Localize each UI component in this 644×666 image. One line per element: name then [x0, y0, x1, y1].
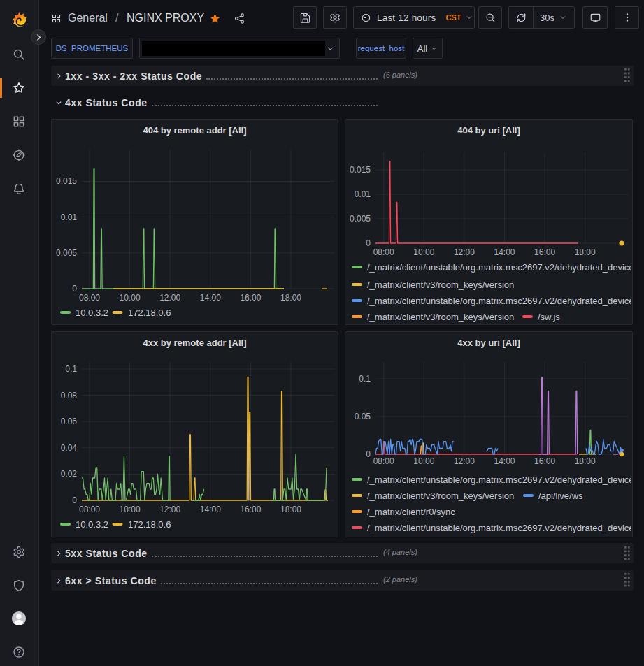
svg-text:18:00: 18:00 — [575, 247, 596, 257]
svg-text:16:00: 16:00 — [534, 456, 555, 466]
svg-text:12:00: 12:00 — [159, 293, 180, 303]
svg-text:14:00: 14:00 — [494, 456, 515, 466]
svg-text:0: 0 — [366, 238, 371, 248]
svg-text:08:00: 08:00 — [373, 247, 394, 257]
svg-text:08:00: 08:00 — [79, 505, 100, 514]
svg-text:12:00: 12:00 — [454, 247, 475, 257]
svg-text:16:00: 16:00 — [240, 293, 261, 303]
svg-text:18:00: 18:00 — [575, 456, 596, 466]
svg-text:10:00: 10:00 — [120, 293, 141, 303]
svg-text:172.18.0.6: 172.18.0.6 — [128, 307, 171, 318]
svg-text:12:00: 12:00 — [454, 456, 475, 466]
svg-text:0.06: 0.06 — [61, 417, 78, 426]
svg-text:0: 0 — [366, 449, 371, 459]
svg-text:/_matrix/client/r0/sync: /_matrix/client/r0/sync — [367, 507, 455, 517]
svg-text:10.0.3.2: 10.0.3.2 — [76, 519, 108, 530]
svg-text:10.0.3.2: 10.0.3.2 — [76, 307, 108, 318]
svg-text:10:00: 10:00 — [413, 247, 434, 257]
svg-text:0.015: 0.015 — [350, 165, 371, 175]
svg-text:/_matrix/client/v3/room_keys/v: /_matrix/client/v3/room_keys/version — [367, 280, 514, 290]
svg-text:0.02: 0.02 — [61, 469, 78, 479]
svg-text:14:00: 14:00 — [200, 293, 221, 303]
svg-text:18:00: 18:00 — [280, 293, 301, 303]
svg-text:0.015: 0.015 — [56, 176, 77, 186]
svg-text:10:00: 10:00 — [413, 456, 434, 466]
svg-text:/_matrix/client/unstable/org.m: /_matrix/client/unstable/org.matrix.msc2… — [367, 475, 631, 485]
svg-text:0.005: 0.005 — [56, 248, 77, 258]
svg-text:0.01: 0.01 — [61, 212, 78, 222]
svg-text:/_matrix/client/unstable/org.m: /_matrix/client/unstable/org.matrix.msc2… — [367, 296, 631, 306]
svg-text:10:00: 10:00 — [120, 505, 141, 514]
svg-text:08:00: 08:00 — [373, 456, 394, 466]
svg-text:0.08: 0.08 — [61, 391, 78, 400]
svg-text:172.18.0.6: 172.18.0.6 — [128, 519, 171, 530]
svg-text:/sw.js: /sw.js — [538, 312, 560, 322]
svg-text:0.01: 0.01 — [355, 189, 371, 199]
svg-text:/_matrix/client/unstable/org.m: /_matrix/client/unstable/org.matrix.msc2… — [367, 523, 631, 533]
svg-text:16:00: 16:00 — [240, 505, 261, 514]
svg-text:0: 0 — [72, 495, 77, 505]
svg-text:0.04: 0.04 — [61, 443, 78, 453]
svg-text:/api/live/ws: /api/live/ws — [538, 491, 583, 501]
svg-text:0.005: 0.005 — [350, 214, 371, 224]
svg-text:14:00: 14:00 — [494, 247, 515, 257]
svg-text:/_matrix/client/v3/room_keys/v: /_matrix/client/v3/room_keys/version — [367, 312, 514, 322]
svg-text:/_matrix/client/v3/room_keys/v: /_matrix/client/v3/room_keys/version — [367, 491, 514, 501]
svg-text:0.05: 0.05 — [355, 412, 371, 421]
svg-text:18:00: 18:00 — [280, 505, 301, 514]
svg-text:14:00: 14:00 — [200, 505, 221, 514]
svg-text:/_matrix/client/unstable/org.m: /_matrix/client/unstable/org.matrix.msc2… — [367, 262, 631, 273]
svg-text:12:00: 12:00 — [159, 505, 180, 514]
svg-text:0: 0 — [72, 284, 77, 294]
svg-text:16:00: 16:00 — [534, 247, 555, 257]
svg-text:0.1: 0.1 — [359, 374, 371, 384]
svg-text:08:00: 08:00 — [79, 293, 100, 303]
svg-text:0.1: 0.1 — [65, 364, 77, 374]
